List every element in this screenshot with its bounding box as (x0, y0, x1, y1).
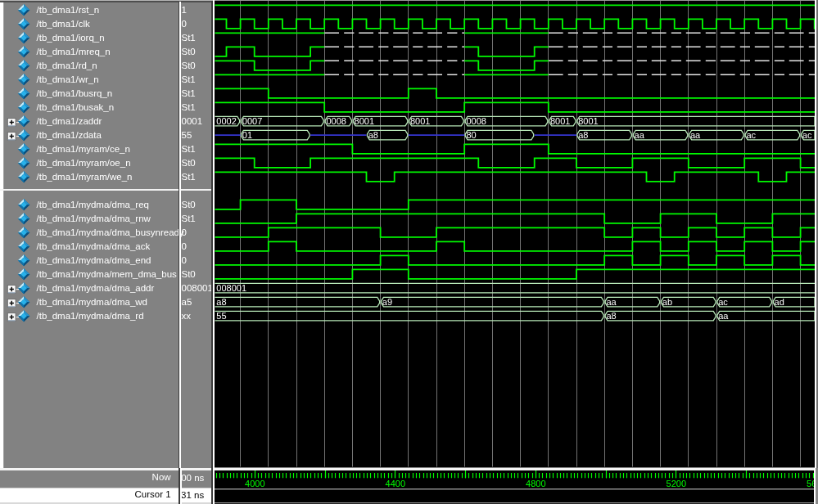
svg-text:0007: 0007 (242, 116, 261, 126)
svg-text:80: 80 (466, 130, 476, 140)
svg-text:008001: 008001 (216, 283, 246, 293)
svg-text:8001: 8001 (550, 116, 570, 126)
svg-text:0002: 0002 (216, 116, 236, 126)
svg-text:a9: a9 (382, 297, 391, 307)
svg-text:aa: aa (718, 311, 729, 321)
svg-text:4000: 4000 (245, 479, 264, 488)
svg-text:aa: aa (634, 130, 644, 140)
svg-text:8001: 8001 (578, 116, 598, 126)
svg-text:8001: 8001 (354, 116, 373, 126)
svg-text:4800: 4800 (526, 479, 545, 488)
svg-text:55: 55 (216, 311, 226, 321)
svg-text:ac: ac (718, 297, 728, 307)
svg-text:ac: ac (802, 130, 811, 140)
svg-text:aa: aa (690, 130, 701, 140)
svg-text:01: 01 (242, 130, 251, 140)
svg-text:0008: 0008 (466, 116, 486, 126)
svg-text:a8: a8 (578, 130, 588, 140)
svg-text:a8: a8 (368, 130, 377, 140)
svg-text:0008: 0008 (326, 116, 346, 126)
svg-text:ac: ac (746, 130, 756, 140)
svg-text:ad: ad (774, 297, 784, 307)
svg-text:aa: aa (606, 297, 617, 307)
svg-text:ab: ab (662, 297, 671, 307)
svg-text:a8: a8 (606, 311, 616, 321)
svg-text:a8: a8 (216, 297, 226, 307)
svg-text:5600: 5600 (807, 479, 815, 488)
svg-text:8001: 8001 (410, 116, 430, 126)
svg-text:4400: 4400 (385, 479, 404, 488)
svg-text:5200: 5200 (666, 479, 685, 488)
